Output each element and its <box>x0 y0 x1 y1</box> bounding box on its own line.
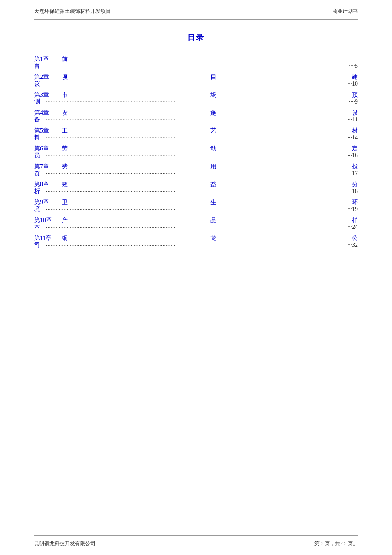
ch11-dots: ········································… <box>46 242 348 249</box>
ch4-t4: 备 <box>34 116 46 124</box>
ch11-t1: 铜 <box>62 234 75 242</box>
ch10-t1: 产 <box>62 217 75 224</box>
main-content: 目录 第1章 前 言 ·····························… <box>34 24 358 535</box>
page-footer: 昆明铜龙科技开发有限公司 第 3 页，共 45 页。 <box>34 535 358 555</box>
ch5-t4: 料 <box>34 134 46 142</box>
ch10-t4: 本 <box>34 223 46 231</box>
ch9-t4: 境 <box>34 205 46 213</box>
ch8-dots: ········································… <box>46 188 348 195</box>
ch8-t3: 分 <box>352 181 358 188</box>
ch7-dots: ········································… <box>46 170 348 177</box>
ch2-t1: 项 <box>62 73 75 81</box>
ch1-t2: 言 <box>34 62 46 70</box>
ch3-t1: 市 <box>62 91 75 99</box>
ch8-t4: 析 <box>34 188 46 195</box>
toc-item-ch11: 第11章 铜 龙 公 司 ···························… <box>34 234 358 249</box>
footer-pagination: 第 3 页，共 45 页。 <box>314 540 358 547</box>
ch5-t3: 材 <box>352 127 358 135</box>
toc-item-ch7: 第7章 费 用 投 资 ····························… <box>34 163 358 177</box>
ch11-t2: 龙 <box>210 234 216 242</box>
toc-item-ch6: 第6章 劳 动 定 员 ····························… <box>34 145 358 159</box>
ch4-t1: 设 <box>62 109 75 117</box>
ch5-dots: ········································… <box>46 134 348 141</box>
ch4-pagenum: ···11 <box>348 116 358 123</box>
ch10-t2: 品 <box>210 217 216 224</box>
header-left-text: 天然环保硅藻土装饰材料开发项目 <box>34 8 111 15</box>
ch6-t4: 员 <box>34 152 46 159</box>
toc-item-ch8: 第8章 效 益 分 析 ····························… <box>34 181 358 195</box>
ch3-t2: 场 <box>210 91 216 99</box>
ch9-pagenum: ···19 <box>348 206 358 213</box>
ch3-dots: ········································… <box>46 98 349 105</box>
ch6-t1: 劳 <box>62 145 75 153</box>
ch10-dots: ········································… <box>46 224 348 231</box>
toc-item-ch10: 第10章 产 品 样 本 ···························… <box>34 217 358 231</box>
ch8-pagenum: ···18 <box>348 188 358 195</box>
ch7-t2: 用 <box>210 163 216 171</box>
ch7-t1: 费 <box>62 163 75 171</box>
ch3-t4: 测 <box>34 98 46 106</box>
ch5-t1: 工 <box>62 127 75 135</box>
toc-item-ch2: 第2章 项 目 建 议 ····························… <box>34 73 358 88</box>
ch6-pagenum: ···16 <box>348 152 358 159</box>
toc-item-ch5: 第5章 工 艺 材 料 ····························… <box>34 127 358 142</box>
ch7-t4: 资 <box>34 170 46 177</box>
ch1-dots: ········································… <box>46 63 349 69</box>
ch8-t1: 效 <box>62 181 75 188</box>
ch3-t3: 预 <box>352 91 358 99</box>
ch3-pagenum: ····9 <box>349 98 358 105</box>
toc-item-ch3: 第3章 市 场 预 测 ····························… <box>34 91 358 106</box>
page-header: 天然环保硅藻土装饰材料开发项目 商业计划书 <box>34 0 358 20</box>
footer-company: 昆明铜龙科技开发有限公司 <box>34 540 95 547</box>
page: 天然环保硅藻土装饰材料开发项目 商业计划书 目录 第1章 前 言 ·······… <box>0 0 392 555</box>
ch4-dots: ········································… <box>46 116 348 123</box>
toc-title: 目录 <box>34 32 358 43</box>
ch7-t3: 投 <box>352 163 358 171</box>
ch9-t2: 生 <box>210 199 216 206</box>
ch2-t3: 建 <box>352 73 358 81</box>
ch10-pagenum: ···24 <box>348 224 358 231</box>
ch5-pagenum: ···14 <box>348 134 358 141</box>
ch2-pagenum: ···10 <box>348 81 358 87</box>
ch4-t3: 设 <box>352 109 358 117</box>
ch9-dots: ········································… <box>46 206 348 213</box>
ch9-t1: 卫 <box>62 199 75 206</box>
ch1-t1: 前 <box>62 55 75 63</box>
ch2-t2: 目 <box>210 73 216 81</box>
ch7-pagenum: ···17 <box>348 170 358 177</box>
ch5-t2: 艺 <box>210 127 216 135</box>
toc-item-ch9: 第9章 卫 生 环 境 ····························… <box>34 199 358 213</box>
toc-list: 第1章 前 言 ································… <box>34 55 358 249</box>
ch8-t2: 益 <box>210 181 216 188</box>
ch11-pagenum: ···32 <box>348 242 358 249</box>
ch2-t4: 议 <box>34 80 46 88</box>
ch6-t2: 动 <box>210 145 216 153</box>
ch10-t3: 样 <box>352 217 358 224</box>
ch4-t2: 施 <box>210 109 216 117</box>
ch11-t4: 司 <box>34 241 46 249</box>
toc-item-ch4: 第4章 设 施 设 备 ····························… <box>34 109 358 124</box>
ch2-dots: ········································… <box>46 81 348 87</box>
header-right-text: 商业计划书 <box>332 8 358 15</box>
toc-item-ch1: 第1章 前 言 ································… <box>34 55 358 70</box>
ch11-t3: 公 <box>352 234 358 242</box>
ch6-dots: ········································… <box>46 152 348 159</box>
ch1-pagenum: ····5 <box>349 63 358 69</box>
ch6-t3: 定 <box>352 145 358 153</box>
ch9-t3: 环 <box>352 199 358 206</box>
